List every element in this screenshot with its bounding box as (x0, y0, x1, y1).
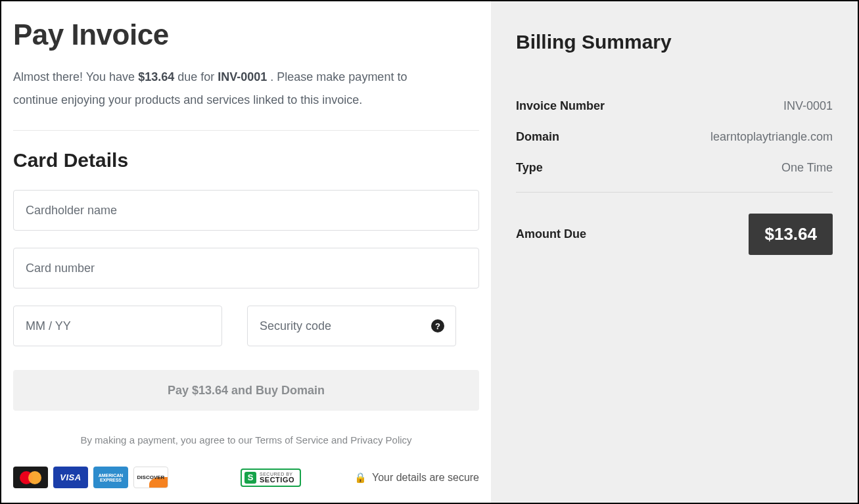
summary-invoice-value: INV-0001 (783, 99, 833, 113)
security-code-input[interactable] (247, 306, 456, 346)
payment-brand-logos: VISA AMERICAN EXPRESS DISCOVER (13, 467, 168, 488)
terms-text: By making a payment, you agree to our Te… (13, 434, 479, 446)
amount-due-label: Amount Due (516, 227, 586, 241)
invoice-payment-page: Pay Invoice Almost there! You have $13.6… (0, 0, 859, 504)
discover-label: DISCOVER (137, 474, 165, 480)
mastercard-icon (13, 467, 48, 488)
intro-mid: due for (174, 70, 218, 83)
sectigo-badge: S SECURED BY SECTIGO (241, 469, 301, 487)
sectigo-mark-icon: S (244, 472, 256, 484)
pay-button[interactable]: Pay $13.64 and Buy Domain (13, 370, 479, 411)
amount-due-row: Amount Due $13.64 (516, 214, 833, 255)
amex-label: AMERICAN EXPRESS (93, 473, 128, 482)
summary-row-domain: Domain learntoplaytriangle.com (516, 130, 833, 144)
footer-row: VISA AMERICAN EXPRESS DISCOVER S SECURED… (13, 453, 479, 491)
card-number-input[interactable] (13, 248, 479, 288)
cardholder-name-input[interactable] (13, 190, 479, 231)
summary-type-label: Type (516, 161, 543, 175)
intro-text: Almost there! You have $13.64 due for IN… (13, 66, 434, 112)
summary-type-value: One Time (781, 161, 833, 175)
visa-label: VISA (60, 472, 81, 482)
lock-icon: 🔒 (354, 472, 367, 484)
secure-note: 🔒 Your details are secure (354, 472, 479, 484)
amount-due-value: $13.64 (749, 214, 833, 255)
summary-row-type: Type One Time (516, 161, 833, 175)
page-title: Pay Invoice (13, 18, 479, 51)
summary-domain-label: Domain (516, 130, 559, 144)
amex-icon: AMERICAN EXPRESS (93, 467, 128, 488)
summary-domain-value: learntoplaytriangle.com (710, 130, 833, 144)
intro-amount: $13.64 (138, 70, 174, 83)
billing-summary-panel: Billing Summary Invoice Number INV-0001 … (491, 1, 858, 503)
discover-icon: DISCOVER (133, 467, 168, 488)
divider (13, 130, 479, 131)
intro-invoice: INV-0001 (218, 70, 267, 83)
secure-note-text: Your details are secure (372, 472, 479, 484)
sectigo-brand-label: SECTIGO (260, 476, 294, 484)
expiry-cvv-row: ? (13, 306, 479, 363)
payment-form-panel: Pay Invoice Almost there! You have $13.6… (1, 1, 491, 503)
summary-row-invoice: Invoice Number INV-0001 (516, 99, 833, 113)
summary-divider (516, 192, 833, 193)
intro-prefix: Almost there! You have (13, 70, 138, 83)
summary-invoice-label: Invoice Number (516, 99, 605, 113)
visa-icon: VISA (53, 467, 88, 488)
card-details-heading: Card Details (13, 149, 479, 172)
billing-summary-heading: Billing Summary (516, 31, 833, 53)
expiry-input[interactable] (13, 306, 222, 346)
